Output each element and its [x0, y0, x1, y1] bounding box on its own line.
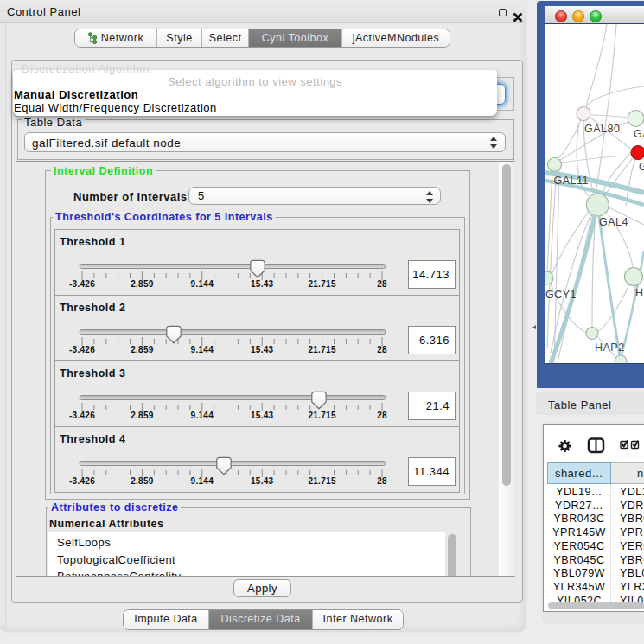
- svg-text:21.715: 21.715: [308, 476, 336, 486]
- svg-text:9.144: 9.144: [191, 476, 214, 486]
- svg-text:-3.426: -3.426: [69, 411, 95, 420]
- svg-text:-3.426: -3.426: [69, 345, 95, 354]
- svg-text:GAL11: GAL11: [554, 175, 590, 187]
- svg-text:21.715: 21.715: [308, 411, 336, 420]
- svg-text:2.859: 2.859: [131, 279, 154, 289]
- svg-text:9.144: 9.144: [191, 279, 214, 289]
- svg-text:28: 28: [377, 411, 387, 420]
- svg-text:GAL2: GAL2: [634, 128, 644, 140]
- svg-text:15.43: 15.43: [251, 476, 274, 486]
- svg-text:15.43: 15.43: [251, 345, 274, 354]
- svg-text:9.144: 9.144: [191, 411, 214, 420]
- svg-text:-3.426: -3.426: [69, 279, 95, 289]
- svg-text:GCY1: GCY1: [545, 289, 577, 301]
- svg-text:2.859: 2.859: [131, 345, 154, 354]
- svg-text:15.43: 15.43: [251, 411, 274, 420]
- svg-text:HIS7: HIS7: [635, 287, 644, 299]
- svg-text:2.859: 2.859: [131, 411, 154, 420]
- svg-text:GAL80: GAL80: [584, 123, 620, 135]
- svg-text:28: 28: [377, 345, 387, 354]
- svg-text:GAL4: GAL4: [599, 216, 628, 228]
- svg-text:28: 28: [377, 279, 387, 289]
- svg-text:GAL1: GAL1: [639, 161, 644, 173]
- svg-text:2.859: 2.859: [131, 476, 154, 486]
- svg-text:28: 28: [377, 476, 387, 486]
- svg-text:15.43: 15.43: [251, 279, 274, 289]
- svg-text:9.144: 9.144: [191, 345, 214, 354]
- svg-text:21.715: 21.715: [308, 279, 336, 289]
- svg-text:21.715: 21.715: [308, 345, 336, 354]
- svg-text:-3.426: -3.426: [69, 476, 95, 486]
- svg-text:HAP2: HAP2: [595, 341, 625, 354]
